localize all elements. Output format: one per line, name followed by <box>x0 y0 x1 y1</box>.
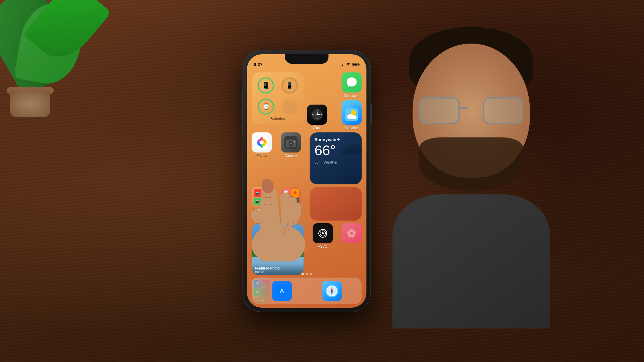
batteries-label: Batteries <box>255 117 300 121</box>
svg-rect-32 <box>289 139 291 140</box>
notch <box>285 54 328 64</box>
glass-left <box>419 97 460 124</box>
vsco-app[interactable]: VSCO <box>313 223 333 275</box>
messages-label: Messages <box>344 94 360 98</box>
person-silhouette <box>342 0 644 362</box>
glass-right <box>483 97 523 124</box>
folder-mini-3: 📸 <box>254 198 261 205</box>
vsco-label: VSCO <box>318 245 327 248</box>
svg-point-37 <box>322 232 324 234</box>
safari-icon <box>322 281 342 301</box>
photos-icon <box>252 132 272 153</box>
messages-icon <box>341 72 362 93</box>
appstore-dock[interactable]: A <box>272 281 292 301</box>
clock-label: Clock <box>313 126 321 130</box>
svg-point-33 <box>293 141 295 142</box>
svg-point-41 <box>326 233 327 234</box>
beard <box>419 137 523 191</box>
svg-text:A: A <box>279 287 284 295</box>
status-time: 9:37 <box>254 62 262 67</box>
pink-app-icon: 🌸 <box>341 223 362 243</box>
svg-point-26 <box>260 140 264 144</box>
partial-widget <box>310 187 362 221</box>
weather-label: Weather <box>345 126 358 130</box>
appstore-icon: A <box>272 281 292 301</box>
dock: A <box>252 278 362 304</box>
svg-point-31 <box>290 142 292 144</box>
signal-icon: ▲ <box>341 63 344 67</box>
status-icons: ▲ <box>341 63 360 67</box>
featured-photo-label: Featured Photo <box>255 266 300 270</box>
weather-icon <box>341 105 362 125</box>
folder-mini-w3: ⚡ <box>283 198 290 205</box>
glasses <box>419 97 523 124</box>
writing-label: Writing <box>285 208 296 212</box>
svg-point-18 <box>351 115 357 119</box>
folder-mini-w1: 📝 <box>283 189 290 197</box>
writing-folder[interactable]: 📝 🔴 ⚡ 📄 Writing <box>281 187 301 221</box>
page-dots <box>247 273 366 275</box>
weather-app[interactable]: Weather <box>341 105 362 130</box>
clock-app[interactable]: Clock <box>307 105 327 130</box>
phone-screen: 9:37 ▲ <box>247 54 366 308</box>
phone: 9:37 ▲ <box>243 50 370 312</box>
weather-detail: 60° Weather <box>314 160 357 164</box>
safari-dock[interactable] <box>322 281 342 301</box>
pot-base <box>10 90 50 117</box>
screen-content: 📱 📱 <box>247 69 366 308</box>
folder-mini-2: 🔲 <box>262 189 270 197</box>
page-dot-2 <box>306 273 308 275</box>
row-4: 📷 🔲 📸 🖼 Photography 📝 🔴 ⚡ <box>252 187 362 221</box>
folder-mini-1: 📷 <box>254 189 261 197</box>
camera-icon <box>281 132 301 153</box>
photos-app[interactable]: Photos <box>252 132 272 184</box>
folder-mini-4: 🖼 <box>262 198 270 205</box>
batteries-widget[interactable]: 📱 📱 <box>252 72 304 124</box>
svg-point-40 <box>318 233 319 234</box>
tree-silhouette <box>252 239 304 255</box>
svg-rect-2 <box>353 64 358 66</box>
plant-decoration <box>0 0 101 117</box>
glass-bridge <box>458 107 468 109</box>
svg-point-49 <box>331 290 332 292</box>
row-5: Featured Photo Photos <box>252 223 362 275</box>
person-face <box>392 27 577 278</box>
weather-cloud-bg: ☁ <box>338 132 362 160</box>
vsco-icon <box>313 223 333 243</box>
svg-rect-1 <box>359 64 360 65</box>
pink-app[interactable]: 🌸 <box>341 223 362 275</box>
weather-widget[interactable]: ☁ Sunnyvale ✈ 66° 60° Weather <box>310 132 362 184</box>
page-dot-3 <box>310 273 312 275</box>
camera-app[interactable]: Camera <box>281 132 301 184</box>
phone-outer: 9:37 ▲ <box>243 50 370 312</box>
writing-folder-icon: 📝 🔴 ⚡ 📄 <box>281 187 301 207</box>
jacket <box>392 194 550 328</box>
clock-icon <box>307 105 327 125</box>
photography-label: Photography <box>252 208 271 212</box>
featured-photo-widget[interactable]: Featured Photo Photos <box>252 223 304 275</box>
photography-folder[interactable]: 📷 🔲 📸 🖼 Photography <box>252 187 272 221</box>
svg-point-38 <box>322 229 323 230</box>
photos-label: Photos <box>257 154 267 158</box>
wifi-icon <box>346 63 351 67</box>
folder-mini-w2: 🔴 <box>291 189 299 197</box>
svg-point-39 <box>322 237 323 238</box>
photography-folder-icon: 📷 🔲 📸 🖼 <box>252 187 272 207</box>
page-dot-1 <box>302 273 304 275</box>
row-2: Clock Weather <box>307 105 362 130</box>
row-3: Photos <box>252 132 362 184</box>
messages-app[interactable]: Messages <box>341 72 362 98</box>
folder-mini-w4: 📄 <box>291 198 299 205</box>
battery-icon <box>352 63 360 67</box>
camera-label: Camera <box>285 154 297 158</box>
